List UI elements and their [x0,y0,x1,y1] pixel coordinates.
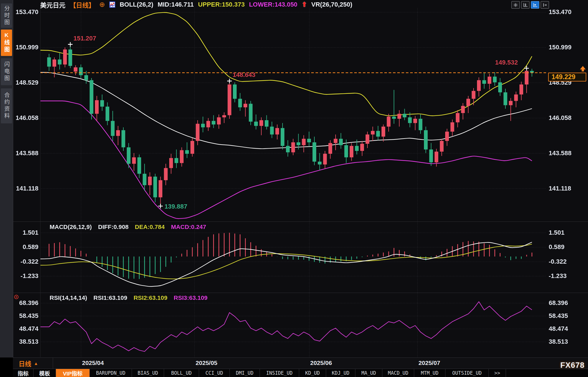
sidebar-tab-3[interactable]: 闪电图 [1,58,12,85]
timeframe-label: 日线 [19,359,31,368]
rsi3-value: RSI3:63.109 [174,294,208,301]
rsi-axis-label-left: 48.474 [11,325,38,333]
bottom-tab-kdjud[interactable]: KDJ_UD [326,369,355,377]
symbol-title: 美元日元 [40,0,65,9]
bottom-tab-bollud[interactable]: BOLL_UD [164,369,199,377]
price-axis-label-right: 146.058 [549,114,572,122]
bottom-tab-macdud[interactable]: MACD_UD [382,369,414,377]
price-annotation-139.887: 139.887 [165,203,188,210]
crosshair-tool-button[interactable] [511,1,520,9]
price-annotation-151.207: 151.207 [73,35,96,42]
timeframe-selector[interactable]: 日线 ▲ [13,358,53,369]
macd-macd-value: MACD:0.247 [171,224,206,230]
rsi-axis-label-right: 48.474 [549,325,568,333]
macd-diff-value: DIFF:0.908 [98,224,128,230]
macd-axis-label-right: 0.589 [549,243,564,251]
price-axis-label-right: 153.470 [549,8,572,16]
axis-play-tool-button[interactable] [531,1,539,9]
plot-left-border [40,8,40,357]
price-annotation-149.532: 149.532 [495,59,518,66]
timeframe-arrow-icon: ▲ [34,361,38,366]
macd-axis-label-left: 1.501 [11,229,38,236]
bottom-tab-maud[interactable]: MA_UD [355,369,382,377]
price-axis-label-left: 153.470 [11,8,38,16]
rsi-axis-label-right: 38.513 [549,338,568,345]
macd-axis-label-left: -0.322 [11,258,38,265]
current-price-tag: 149.229 [548,73,586,81]
alert-up-arrow-icon: ⬆ [302,1,307,8]
macd-axis-label-right: -1.233 [549,272,566,280]
rsi-axis-label-right: 58.435 [549,312,568,320]
bottom-tab-[interactable]: >> [489,369,506,377]
bottom-tab-vip[interactable]: VIP指标 [56,369,90,377]
macd-axis-label-left: -1.233 [11,272,38,280]
sidebar-tab-4[interactable]: 合约资料 [1,88,12,123]
bottom-tab-kdud[interactable]: KD_UD [299,369,326,377]
boll-lower-value: LOWER:143.050 [249,1,297,8]
macd-dea-value: DEA:0.784 [135,224,165,230]
bottom-tab-[interactable]: 模板 [34,369,56,377]
rsi1-value: RSI1:63.109 [94,294,127,301]
kline-chart-canvas[interactable] [0,0,588,377]
pane-separator [13,221,588,222]
price-axis-label-right: 143.588 [549,149,572,157]
sidebar-tab-2[interactable]: K线图 [1,30,12,56]
indicator-dot-icon[interactable] [14,294,19,301]
indicator-tab-bar: 指标模板VIP指标BARUPDN_UDBIAS_UDBOLL_UDCCI_UDD… [13,369,588,377]
axis-shift-tool-button[interactable] [541,1,549,9]
price-tag-arrow-icon [580,66,586,73]
date-label: 2025/04 [82,359,104,366]
macd-axis-label-right: 1.501 [549,229,564,236]
boll-upper-value: UPPER:150.373 [198,1,245,8]
bottom-tab-biasud[interactable]: BIAS_UD [132,369,164,377]
chart-toolbar [511,1,549,9]
period-tag[interactable]: 【日线】 [70,0,95,9]
rsi2-value: RSI2:63.109 [134,294,168,301]
sidebar-tab-1[interactable]: 分时图 [1,3,12,28]
mini-chart-icon[interactable] [109,1,115,8]
price-axis-label-left: 150.999 [11,44,38,51]
bottom-tab-insideud[interactable]: INSIDE_UD [260,369,299,377]
bottom-tab-cciud[interactable]: CCI_UD [199,369,230,377]
price-axis-label-right: 150.999 [549,44,572,51]
price-axis-label-left: 148.529 [11,79,38,86]
macd-header: MACD(26,12,9) DIFF:0.908 DEA:0.784 MACD:… [50,224,206,230]
watermark: FX678 [560,361,585,370]
rsi-axis-label-right: 68.396 [549,299,568,307]
boll-mid-value: MID:146.711 [158,1,194,8]
macd-title: MACD(26,12,9) [50,224,92,230]
price-annotation-148.643: 148.643 [233,71,256,79]
rsi-axis-label-left: 58.435 [11,312,38,320]
pane-separator [13,293,588,293]
macd-axis-label-left: 0.589 [11,243,38,251]
rsi-axis-label-left: 38.513 [11,338,38,345]
bottom-tab-barupdnud[interactable]: BARUPDN_UD [90,369,132,377]
price-axis-label-right: 141.118 [549,185,571,192]
boll-label: BOLL(26,2) [120,1,153,8]
bottom-tab-dmiud[interactable]: DMI_UD [230,369,260,377]
bottom-tab-outsideud[interactable]: OUTSIDE_UD [445,369,489,377]
macd-axis-label-right: -0.322 [549,258,566,265]
chart-header: 美元日元 【日线】 ⊕ BOLL(26,2) MID:146.711 UPPER… [40,1,352,8]
price-axis-label-left: 146.058 [11,114,38,122]
vr-label: VR(26,70,250) [311,1,352,8]
bottom-tab-mtmud[interactable]: MTM_UD [414,369,445,377]
sidebar-bottom-corner [0,357,13,377]
left-sidebar: 分时图K线图闪电图合约资料 [0,0,13,357]
date-label: 2025/07 [418,359,440,366]
date-label: 2025/06 [310,359,332,366]
circle-plus-icon[interactable]: ⊕ [99,2,105,7]
bottom-tab-[interactable]: 指标 [13,369,34,377]
date-label: 2025/05 [196,359,217,366]
price-axis-label-left: 143.588 [11,149,38,157]
axis-scale-tool-button[interactable] [521,1,529,9]
rsi-title: RSI(14,14,14) [50,294,87,301]
price-axis-label-left: 141.118 [11,185,38,192]
current-price-value: 149.229 [552,73,575,81]
rsi-header: RSI(14,14,14) RSI1:63.109 RSI2:63.109 RS… [50,294,208,301]
